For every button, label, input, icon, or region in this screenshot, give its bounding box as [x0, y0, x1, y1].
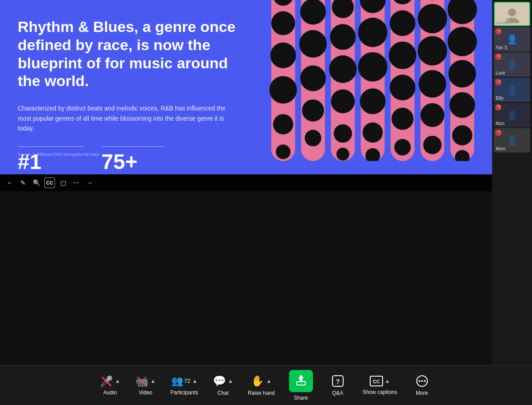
svg-point-6	[276, 144, 290, 159]
svg-point-46	[419, 70, 446, 97]
participants-label: Participants	[170, 389, 198, 396]
prev-slide-btn[interactable]: ←	[4, 177, 15, 188]
captions-label: Show captions	[363, 389, 397, 395]
mic-icon: 🎤	[100, 376, 113, 387]
share-button[interactable]: Share	[282, 366, 320, 405]
participant-count: 72	[184, 377, 190, 384]
slide-container: Rhythm & Blues, a genre once defined by …	[0, 0, 492, 174]
svg-point-38	[391, 107, 414, 130]
svg-point-27	[358, 17, 387, 47]
participant-name: Lauren	[497, 19, 510, 24]
participant-card[interactable]: 👤 🎤 Billy	[494, 78, 530, 102]
svg-point-19	[329, 55, 356, 83]
chat-icon: 💬	[213, 375, 226, 387]
qa-icon: ?	[332, 375, 344, 387]
participant-name: Yan S	[496, 45, 508, 50]
svg-text:CC: CC	[373, 379, 380, 384]
participant-card[interactable]: 👤 🎤 Nico	[494, 103, 530, 127]
zoom-btn[interactable]: 🔍	[31, 177, 42, 188]
participants-icon: 👥	[171, 375, 183, 387]
svg-point-11	[299, 30, 327, 57]
svg-point-59	[508, 8, 516, 16]
svg-point-56	[450, 92, 475, 118]
svg-point-3	[270, 42, 296, 68]
mute-icon: 🎤	[495, 130, 501, 136]
video-chevron[interactable]: ▲	[150, 378, 156, 384]
svg-point-13	[302, 99, 324, 122]
fit-screen-btn[interactable]: ▢	[58, 177, 68, 188]
participants-chevron[interactable]: ▲	[192, 378, 197, 384]
raise-hand-icon: ✋	[251, 375, 264, 387]
chat-button[interactable]: 💬 ▲ Chat	[205, 366, 241, 405]
svg-point-28	[358, 52, 387, 81]
captions-chevron[interactable]: ▲	[385, 378, 390, 384]
participant-name: Akim	[496, 146, 505, 151]
chat-label: Chat	[217, 390, 228, 396]
svg-point-2	[271, 11, 295, 35]
options-btn[interactable]: ⋯	[71, 177, 82, 188]
share-label: Share	[294, 395, 308, 401]
svg-point-71	[424, 380, 426, 382]
video-icon: 📹	[135, 375, 149, 387]
presentation-area: Rhythm & Blues, a genre once defined by …	[0, 0, 492, 365]
svg-point-54	[448, 27, 477, 56]
slide-title: Rhythm & Blues, a genre once defined by …	[18, 18, 248, 90]
audio-chevron[interactable]: ▲	[115, 378, 120, 384]
video-label: Video	[139, 389, 152, 396]
svg-marker-62	[298, 375, 304, 378]
slide-description: Characterized by distinct beats and melo…	[18, 103, 231, 133]
participant-card[interactable]: 👤 🎤 Luce	[494, 52, 530, 77]
cc-btn[interactable]: CC	[44, 177, 55, 188]
svg-point-12	[300, 65, 326, 91]
audio-button[interactable]: 🎤 ▲ Audio	[92, 366, 128, 405]
video-button[interactable]: 📹 ▲ Video	[128, 366, 163, 405]
raise-hand-chevron[interactable]: ▲	[266, 378, 271, 384]
more-label: More	[416, 390, 428, 396]
mute-icon: 🎤	[495, 28, 501, 35]
slide-stats: #1 Streaming genre in the U.S¹ 75+ Years…	[18, 142, 231, 174]
mute-icon: 🎤	[495, 54, 501, 60]
svg-point-18	[330, 24, 356, 50]
svg-point-39	[394, 139, 411, 155]
participant-sidebar: Lauren 👤 🎤 Yan S 👤 🎤 Luce 👤 🎤 Billy 👤 🎤 …	[492, 0, 532, 365]
svg-point-21	[334, 124, 352, 142]
next-slide-btn[interactable]: →	[84, 177, 95, 188]
stat-number-1: #1 Streaming genre in the U.S¹	[18, 146, 84, 174]
svg-point-29	[360, 88, 386, 114]
audio-icon: 🎤	[100, 375, 113, 387]
svg-point-69	[419, 380, 420, 382]
audio-label: Audio	[103, 389, 117, 396]
share-icon	[295, 374, 307, 386]
svg-point-36	[389, 41, 416, 69]
qa-button[interactable]: ? Q&A	[320, 366, 356, 405]
chart-visualization	[262, 0, 492, 161]
participant-card[interactable]: 👤 🎤 Yan S	[494, 27, 530, 51]
svg-point-20	[331, 89, 355, 113]
participant-card[interactable]: Lauren	[494, 2, 530, 26]
participant-name: Nico	[496, 121, 505, 126]
svg-point-45	[418, 36, 447, 65]
camera-icon: 📹	[135, 376, 149, 387]
stat-number-2: 75+ Years of music and culture	[102, 146, 164, 174]
mute-icon: 🎤	[495, 79, 501, 85]
svg-point-44	[418, 4, 447, 33]
svg-point-57	[452, 125, 473, 145]
show-captions-button[interactable]: CC ▲ Show captions	[356, 366, 404, 405]
svg-point-55	[449, 60, 476, 87]
slide-controls: ← ✎ 🔍 CC ▢ ⋯ →	[0, 174, 492, 191]
participant-name: Luce	[496, 71, 505, 75]
pencil-btn[interactable]: ✎	[18, 177, 28, 188]
svg-point-35	[390, 10, 415, 36]
slide-source: Source: 1. Billboard 2021 (alongside Hip…	[18, 152, 99, 157]
bottom-toolbar: 🎤 ▲ Audio 📹 ▲ Video 👥 72 ▲ Participants …	[0, 365, 532, 405]
svg-point-14	[305, 130, 321, 146]
svg-text:?: ?	[336, 378, 340, 385]
participant-name: Billy	[496, 96, 504, 101]
qa-label: Q&A	[332, 390, 343, 396]
dark-spacer	[0, 191, 492, 366]
participants-button[interactable]: 👥 72 ▲ Participants	[163, 366, 205, 405]
more-button[interactable]: More	[404, 366, 440, 405]
raise-hand-button[interactable]: ✋ ▲ Raise hand	[241, 366, 282, 405]
participant-card[interactable]: 👤 🎤 Akim	[494, 128, 530, 153]
chat-chevron[interactable]: ▲	[228, 378, 233, 384]
